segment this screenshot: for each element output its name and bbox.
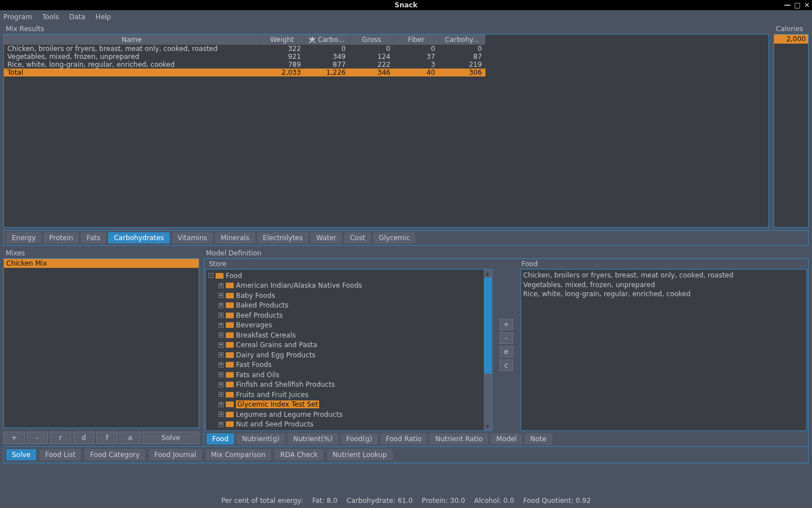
menu-data[interactable]: Data (69, 13, 85, 21)
expand-icon[interactable]: + (218, 283, 224, 288)
tab-model[interactable]: Model (491, 433, 522, 445)
menu-help[interactable]: Help (96, 13, 111, 21)
tab-fats[interactable]: Fats (81, 232, 106, 244)
list-item[interactable]: Chicken, broilers or fryers, breast, mea… (523, 271, 805, 280)
scroll-up-icon[interactable]: ▴ (484, 270, 492, 278)
mix-add-button[interactable]: + (3, 432, 25, 444)
expand-icon[interactable]: + (218, 323, 224, 328)
scroll-down-icon[interactable]: ▾ (484, 422, 492, 430)
col-carbo-sort[interactable]: 🞱 Carbo... (304, 35, 349, 45)
mix-solve-button[interactable]: Solve (143, 432, 199, 444)
menu-tools[interactable]: Tools (42, 13, 59, 21)
tab-nutrient-lookup[interactable]: Nutrient Lookup (327, 449, 393, 460)
calories-value[interactable]: 2,000 (774, 35, 808, 44)
tab-food-g-[interactable]: Food(g) (341, 433, 378, 445)
collapse-icon[interactable]: - (208, 273, 213, 278)
minimize-icon[interactable]: — (784, 2, 791, 8)
tab-food-journal[interactable]: Food Journal (149, 449, 202, 460)
transfer-add-button[interactable]: + (500, 319, 513, 330)
tab-nutrient-g-[interactable]: Nutrient(g) (237, 433, 285, 445)
cell-weight: 322 (260, 45, 304, 53)
tree-item[interactable]: +Beef Products (206, 310, 492, 321)
tab-electrolytes[interactable]: Electrolytes (257, 232, 308, 244)
tab-food-list[interactable]: Food List (40, 449, 81, 460)
table-row-total[interactable]: Total2,0331,22634640306 (4, 69, 486, 76)
transfer-c-button[interactable]: c (500, 360, 513, 371)
tab-glycemic[interactable]: Glycemic (373, 232, 415, 244)
food-list-panel: Chicken, broilers or fryers, breast, mea… (521, 269, 807, 431)
tab-cost[interactable]: Cost (344, 232, 371, 244)
tree-item[interactable]: +Breakfast Cereals (206, 330, 492, 340)
tree-item[interactable]: +Nut and Seed Products (206, 420, 492, 430)
expand-icon[interactable]: + (218, 422, 224, 427)
mix-d-button[interactable]: d (73, 432, 94, 444)
tree-item[interactable]: +Fruits and Fruit Juices (206, 390, 492, 400)
tree-item[interactable]: +Beverages (206, 321, 492, 331)
transfer-remove-button[interactable]: - (500, 332, 513, 344)
folder-icon (226, 322, 234, 328)
mix-a-button[interactable]: a (119, 432, 141, 444)
tree-item[interactable]: +Fast Foods (206, 360, 492, 370)
tab-rda-check[interactable]: RDA Check (274, 449, 323, 460)
expand-icon[interactable]: + (218, 343, 224, 348)
tab-energy[interactable]: Energy (6, 232, 41, 244)
col-fiber[interactable]: Fiber (394, 35, 439, 45)
close-icon[interactable]: ✕ (804, 2, 810, 8)
expand-icon[interactable]: + (218, 332, 224, 338)
tab-minerals[interactable]: Minerals (215, 232, 255, 244)
col-carbohy[interactable]: Carbohy... (439, 35, 486, 45)
tree-item[interactable]: +Finfish and Shellfish Products (206, 380, 492, 390)
maximize-icon[interactable]: □ (794, 2, 801, 8)
tab-food[interactable]: Food (207, 433, 234, 445)
col-name[interactable]: Name (4, 35, 260, 45)
tab-water[interactable]: Water (311, 232, 342, 244)
tab-protein[interactable]: Protein (44, 232, 79, 244)
tree-item[interactable]: +Glycemic Index Test Set (206, 400, 492, 410)
col-gross[interactable]: Gross (349, 35, 394, 45)
tab-nutrient-ratio[interactable]: Nutrient Ratio (429, 433, 488, 445)
tree-item[interactable]: +Baby Foods (206, 291, 492, 301)
table-row[interactable]: Vegetables, mixed, frozen, unprepared921… (4, 53, 486, 61)
expand-icon[interactable]: + (218, 372, 224, 377)
mix-r-button[interactable]: r (50, 432, 71, 444)
tree-item[interactable]: +Fats and Oils (206, 370, 492, 380)
expand-icon[interactable]: + (218, 392, 224, 397)
tab-mix-comparison[interactable]: Mix Comparison (205, 449, 271, 460)
expand-icon[interactable]: + (218, 412, 224, 417)
tree-item[interactable]: +Cereal Grains and Pasta (206, 340, 492, 351)
tab-food-ratio[interactable]: Food Ratio (380, 433, 427, 445)
tab-vitamins[interactable]: Vitamins (172, 232, 213, 244)
expand-icon[interactable]: + (218, 303, 224, 308)
list-item[interactable]: Rice, white, long-grain, regular, enrich… (523, 289, 805, 299)
menu-program[interactable]: Program (3, 13, 32, 21)
tab-nutrient-[interactable]: Nutrient(%) (287, 433, 338, 445)
mix-remove-button[interactable]: - (27, 432, 48, 444)
transfer-e-button[interactable]: e (500, 346, 513, 357)
expand-icon[interactable]: + (218, 293, 224, 298)
tab-note[interactable]: Note (525, 433, 552, 445)
list-item[interactable]: Vegetables, mixed, frozen, unprepared (523, 280, 805, 290)
expand-icon[interactable]: + (218, 382, 224, 387)
tree-item[interactable]: +Legumes and Legume Products (206, 409, 492, 420)
scroll-thumb[interactable] (484, 278, 492, 374)
tab-carbohydrates[interactable]: Carbohydrates (108, 232, 170, 244)
tree-item[interactable]: +Baked Products (206, 301, 492, 311)
expand-icon[interactable]: + (218, 362, 224, 368)
tree-root[interactable]: -Food (206, 271, 492, 281)
tree-item[interactable]: +American Indian/Alaska Native Foods (206, 281, 492, 291)
table-row[interactable]: Chicken, broilers or fryers, breast, mea… (4, 45, 486, 53)
mix-f-button[interactable]: f (96, 432, 118, 444)
mixes-item-selected[interactable]: Chicken Mix (4, 259, 199, 268)
expand-icon[interactable]: + (218, 402, 224, 407)
table-row[interactable]: Rice, white, long-grain, regular, enrich… (4, 61, 486, 69)
tree-item[interactable]: +Dairy and Egg Products (206, 350, 492, 360)
tab-food-category[interactable]: Food Category (84, 449, 145, 460)
tab-solve[interactable]: Solve (6, 449, 36, 460)
cell-gross: 0 (349, 45, 394, 53)
scrollbar[interactable]: ▴ ▾ (484, 270, 492, 430)
expand-icon[interactable]: + (218, 313, 224, 318)
expand-icon[interactable]: + (218, 352, 224, 357)
col-weight[interactable]: Weight (260, 35, 304, 45)
folder-icon (216, 273, 224, 279)
mix-results-table: Name Weight 🞱 Carbo... Gross Fiber Carbo… (4, 35, 486, 76)
